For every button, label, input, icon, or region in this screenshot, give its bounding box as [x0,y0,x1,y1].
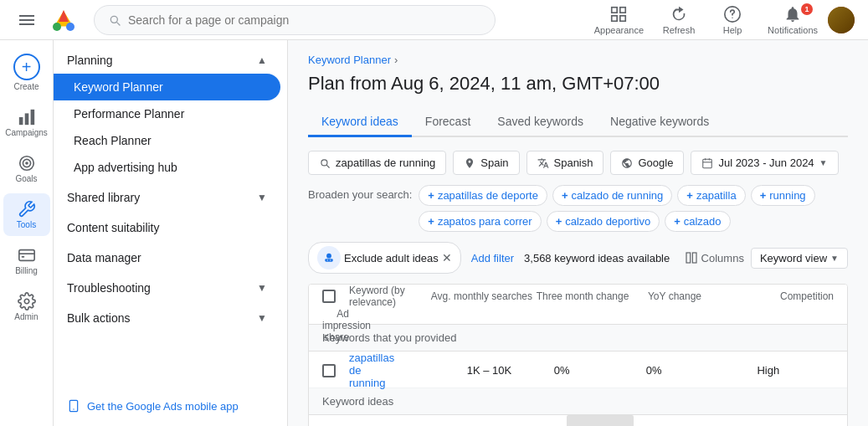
sidebar-icon-goals[interactable]: Goals [3,147,50,190]
sidebar-item-reach-planner[interactable]: Reach Planner [54,127,280,154]
keyword-view-button[interactable]: Keyword view ▼ [751,248,848,269]
sidebar-item-keyword-planner[interactable]: Keyword Planner [54,74,280,100]
date-chevron-icon: ▼ [819,158,828,167]
troubleshooting-chevron: ▼ [257,282,267,294]
breadcrumb[interactable]: Keyword Planner › [308,54,848,66]
row-three-month: 0% [511,364,612,377]
sidebar-icon-campaigns[interactable]: Campaigns [3,101,50,144]
table-row: zapatillas de running 1K – 10K 0% 0% Hig… [309,352,847,388]
svg-rect-17 [18,250,33,261]
tab-negative-keywords[interactable]: Negative keywords [597,108,722,137]
sidebar-section-content-suitability: Content suitability [54,214,287,241]
columns-button[interactable]: Columns [685,251,744,264]
svg-rect-19 [21,256,24,258]
date-filter-chip[interactable]: Jul 2023 - Jun 2024 ▼ [691,151,838,175]
th-competition: Competition [716,290,834,302]
broaden-chip-running[interactable]: + running [751,185,815,206]
ideas-count: 3,568 keyword ideas available [524,252,670,264]
tab-forecast[interactable]: Forecast [412,108,484,137]
sidebar-item-app-advertising-hub[interactable]: App advertising hub [54,154,280,181]
th-avg-monthly: Avg. monthly searches [415,290,532,302]
right-actions: Columns Keyword view ▼ [685,248,848,269]
date-filter-value: Jul 2023 - Jun 2024 [718,157,814,169]
page-title: Plan from Aug 6, 2024, 11 am, GMT+07:00 [308,73,848,95]
tab-keyword-ideas[interactable]: Keyword ideas [308,108,412,137]
troubleshooting-header[interactable]: Troubleshooting ▼ [54,275,280,301]
broaden-chip-label-5: zapatos para correr [438,215,532,228]
broaden-chip-zapatilla[interactable]: + zapatilla [677,185,745,206]
svg-rect-11 [18,117,23,125]
broaden-chip-calzado-running[interactable]: + calzado de running [552,185,672,206]
broaden-chip-calzado[interactable]: + calzado [665,211,730,232]
plus-icon: + [428,189,434,202]
svg-rect-7 [612,15,617,20]
svg-rect-13 [30,110,34,125]
svg-rect-28 [325,259,332,262]
th-three-month: Three month change [532,290,633,302]
breadcrumb-text: Keyword Planner [308,54,391,66]
content-suitability-header[interactable]: Content suitability [54,214,280,241]
sidebar-icon-billing[interactable]: Billing [3,239,50,282]
row-competition: High [696,364,779,377]
help-button[interactable]: Help [707,2,758,38]
top-bar: Appearance Refresh Help 1 [0,0,868,40]
add-filter-button[interactable]: Add filter [471,252,514,264]
svg-point-30 [330,259,331,260]
row-yoy: 0% [612,364,696,377]
search-chip-icon [319,157,331,169]
notification-badge: 1 [801,3,813,15]
row-select[interactable] [322,364,349,377]
network-filter-chip[interactable]: Google [610,151,684,175]
sidebar-item-performance-planner[interactable]: Performance Planner [54,100,280,127]
shared-library-header[interactable]: Shared library ▼ [54,184,280,211]
location-filter-chip[interactable]: Spain [453,151,519,175]
broaden-chip-label-7: calzado [684,215,722,228]
data-manager-header[interactable]: Data manager [54,244,280,271]
exclude-adults-label: Exclude adult ideas [344,252,439,264]
columns-icon [685,251,698,264]
row-checkbox[interactable] [322,364,336,377]
sidebar-section-bulk-actions: Bulk actions ▼ [54,305,287,331]
menu-button[interactable] [13,7,40,33]
search-input[interactable] [128,13,481,27]
planning-section-header[interactable]: Planning ▲ [54,47,280,74]
broaden-chips: + zapatillas de deporte + calzado de run… [419,185,848,232]
sidebar-icon-create[interactable]: + Create [3,47,50,98]
language-filter-chip[interactable]: Spanish [526,151,604,175]
group-header-ideas: Keyword ideas [309,388,847,415]
exclude-adults-chip[interactable]: Exclude adult ideas ✕ [308,242,461,274]
row-keyword[interactable]: zapatillas de running [349,352,394,389]
svg-rect-31 [686,253,691,263]
refresh-button[interactable]: Refresh [654,2,704,38]
exclude-adults-close[interactable]: ✕ [442,251,452,264]
bulk-actions-chevron: ▼ [257,312,267,324]
appearance-button[interactable]: Appearance [588,2,650,38]
search-bar[interactable] [94,5,496,35]
calendar-icon [701,157,713,169]
keyword-filter-value: zapatillas de running [336,157,435,169]
broaden-chip-zapatillas-deporte[interactable]: + zapatillas de deporte [419,185,547,206]
user-avatar[interactable] [828,7,855,33]
tab-saved-keywords[interactable]: Saved keywords [484,108,597,137]
keyword-filter-chip[interactable]: zapatillas de running [308,151,446,175]
actions-row: Exclude adult ideas ✕ Add filter 3,568 k… [308,242,848,274]
location-filter-value: Spain [480,157,508,169]
breadcrumb-separator: › [394,54,398,66]
group-provided-label: Keywords that you provided [322,331,456,344]
sidebar: Planning ▲ Keyword Planner Performance P… [54,40,288,426]
bulk-actions-header[interactable]: Bulk actions ▼ [54,305,280,331]
keyword-table: Keyword (by relevance) Avg. monthly sear… [308,284,848,426]
get-app-link[interactable]: Get the Google Ads mobile app [67,393,274,419]
broaden-chip-zapatos-correr[interactable]: + zapatos para correr [419,211,541,232]
goals-label: Goals [15,174,37,183]
appearance-icon [609,5,628,23]
data-manager-label: Data manager [67,251,141,264]
sidebar-icon-tools[interactable]: Tools [3,193,50,236]
broaden-chip-calzado-deportivo[interactable]: + calzado deportivo [547,211,660,232]
main-content: Keyword Planner › Plan from Aug 6, 2024,… [288,40,868,426]
content-suitability-label: Content suitability [67,221,160,234]
sidebar-icon-admin[interactable]: Admin [3,285,50,328]
notifications-label: Notifications [768,25,818,35]
select-all-checkbox[interactable] [322,290,336,303]
notifications-button[interactable]: 1 Notifications [761,2,824,38]
